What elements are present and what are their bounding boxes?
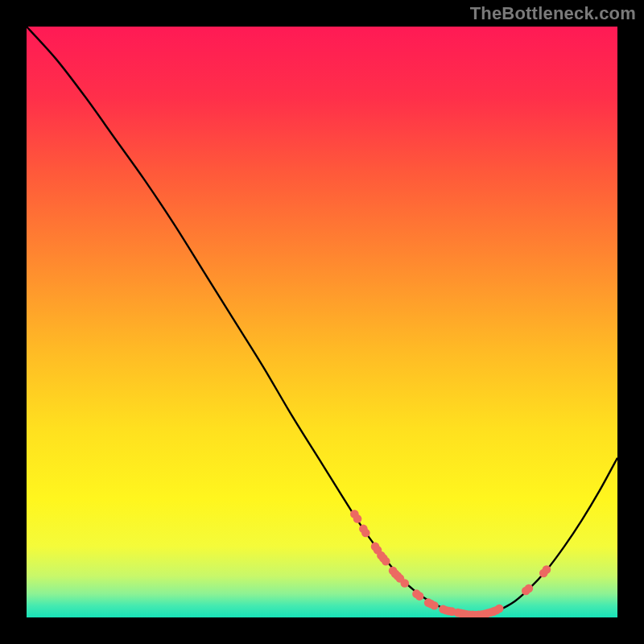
marker-dot	[353, 514, 362, 523]
figure-frame: TheBottleneck.com	[0, 0, 644, 644]
marker-dot	[543, 565, 551, 574]
marker-dot	[400, 579, 409, 588]
marker-dot	[382, 557, 390, 566]
bottleneck-chart	[27, 27, 617, 617]
marker-dot	[495, 605, 504, 613]
chart-background	[27, 27, 617, 617]
marker-dot	[525, 584, 534, 593]
marker-dot	[361, 529, 370, 538]
watermark-text: TheBottleneck.com	[470, 3, 636, 24]
marker-dot	[415, 592, 424, 601]
marker-dot	[430, 601, 439, 610]
plot-area	[27, 27, 617, 617]
